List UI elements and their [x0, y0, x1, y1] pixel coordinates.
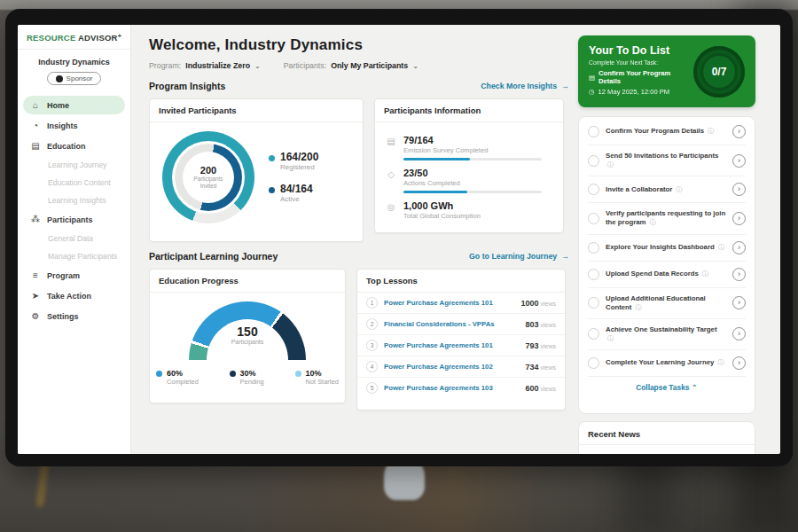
lesson-link[interactable]: Power Purchase Agreements 103: [384, 384, 519, 392]
legend-value: 84/164: [280, 184, 313, 195]
clock-icon: [589, 88, 595, 96]
legend-item: 60% Completed: [156, 369, 199, 386]
sidebar-item[interactable]: Participants: [23, 210, 125, 229]
task-row[interactable]: Invite a Collaborator ⓘ ›: [588, 176, 746, 203]
task-row[interactable]: Confirm Your Program Details ⓘ ›: [588, 119, 746, 145]
task-row[interactable]: Achieve One Sustainability Target ⓘ ›: [588, 319, 746, 350]
task-chevron-icon[interactable]: ›: [732, 212, 746, 225]
sidebar-item[interactable]: Learning Insights: [23, 192, 125, 208]
filter-bar: Program: Industrialize Zero ⌄ Participan…: [149, 61, 569, 70]
card-title: Participants Information: [375, 99, 563, 122]
sidebar-item[interactable]: Learning Journey: [23, 157, 125, 173]
lesson-link[interactable]: Power Purchase Agreements 101: [384, 299, 514, 307]
sponsor-icon: [56, 75, 63, 82]
sidebar-item-label: Insights: [47, 121, 78, 130]
check-more-insights-link[interactable]: Check More Insights →: [481, 82, 569, 90]
stat-label: Emission Survey Completed: [403, 146, 542, 154]
task-checkbox[interactable]: [588, 297, 599, 309]
task-row[interactable]: Explore Your Insights Dashboard ⓘ ›: [588, 235, 746, 262]
info-icon[interactable]: ⓘ: [718, 244, 724, 250]
lesson-row: 4 Power Purchase Agreements 102 734views: [357, 356, 565, 378]
recent-news-title: Recent News: [579, 422, 755, 445]
task-checkbox[interactable]: [588, 126, 599, 137]
todo-subtitle: Complete Your Next Task:: [589, 59, 693, 66]
sidebar-item[interactable]: Education Content: [23, 175, 125, 191]
filter-label: Participants:: [284, 61, 326, 70]
task-checkbox[interactable]: [588, 328, 599, 340]
lesson-rank: 1: [366, 297, 378, 309]
tasks-list: Confirm Your Program Details ⓘ › Send 50…: [588, 119, 746, 377]
sidebar-item[interactable]: Insights: [23, 116, 125, 135]
sidebar-item[interactable]: Home: [23, 96, 125, 114]
sidebar-item[interactable]: Education: [23, 137, 125, 155]
sidebar-item-icon: [30, 311, 41, 321]
task-row[interactable]: Verify participants requesting to join t…: [588, 203, 746, 234]
legend-dot: [156, 371, 162, 377]
task-chevron-icon[interactable]: ›: [732, 296, 746, 309]
lesson-views: 793: [525, 341, 538, 350]
lesson-link[interactable]: Power Purchase Agreements 101: [384, 341, 519, 349]
info-icon[interactable]: ⓘ: [702, 270, 708, 277]
task-checkbox[interactable]: [588, 357, 599, 369]
info-icon[interactable]: ⓘ: [636, 304, 642, 310]
sidebar-item-label: Learning Journey: [48, 160, 106, 169]
lesson-link[interactable]: Power Purchase Agreements 102: [384, 363, 519, 371]
lesson-views: 600: [525, 384, 538, 393]
todo-progress-value: 0/7: [700, 53, 738, 90]
chevron-up-icon: ⌃: [692, 383, 698, 392]
task-chevron-icon[interactable]: ›: [732, 241, 746, 254]
task-row[interactable]: Upload Additional Educational Content ⓘ …: [588, 288, 746, 319]
lesson-rank: 3: [366, 340, 378, 351]
stat-label: Actions Completed: [403, 179, 542, 187]
info-icon[interactable]: ⓘ: [607, 161, 614, 168]
task-chevron-icon[interactable]: ›: [732, 327, 746, 340]
task-row[interactable]: Complete Your Learning Journey ⓘ ›: [588, 350, 746, 377]
info-icon[interactable]: ⓘ: [677, 186, 683, 192]
sidebar-item[interactable]: Take Action: [23, 286, 125, 305]
sidebar-item-label: Program: [47, 271, 80, 280]
sidebar-item[interactable]: Settings: [23, 307, 125, 325]
filter-dropdown[interactable]: Program: Industrialize Zero ⌄: [149, 61, 261, 70]
donut-center: 200 Participants Invited: [162, 131, 254, 223]
sidebar-item-label: Take Action: [47, 292, 91, 301]
sidebar-item[interactable]: Program: [23, 266, 125, 285]
task-checkbox[interactable]: [588, 213, 599, 224]
section-title: Participant Learning Journey: [149, 251, 278, 262]
task-label: Achieve One Sustainability Target: [606, 325, 717, 333]
collapse-tasks-link[interactable]: Collapse Tasks ⌃: [588, 377, 746, 397]
sidebar-item-icon: [30, 100, 41, 110]
info-icon[interactable]: ⓘ: [607, 335, 614, 341]
top-lessons-card: Top Lessons 1 Power Purchase Agreements …: [356, 269, 566, 411]
filter-dropdown[interactable]: Participants: Only My Participants ⌄: [284, 61, 419, 70]
task-checkbox[interactable]: [588, 184, 599, 195]
task-chevron-icon[interactable]: ›: [732, 268, 746, 281]
task-checkbox[interactable]: [588, 242, 599, 254]
arrow-right-icon: →: [561, 252, 569, 261]
sponsor-label: Sponsor: [66, 74, 93, 82]
lesson-views: 803: [525, 320, 538, 329]
page-title: Welcome, Industry Dynamics: [149, 36, 569, 54]
task-label: Upload Spend Data Records: [606, 270, 699, 278]
task-row[interactable]: Upload Spend Data Records ⓘ ›: [588, 262, 746, 288]
task-chevron-icon[interactable]: ›: [732, 154, 746, 168]
legend-label: Not Started: [306, 378, 339, 386]
task-chevron-icon[interactable]: ›: [732, 183, 746, 196]
info-icon[interactable]: ⓘ: [718, 359, 724, 365]
legend-label: Active: [280, 195, 313, 203]
task-checkbox[interactable]: [588, 269, 599, 280]
legend-value: 60%: [167, 369, 199, 378]
task-chevron-icon[interactable]: ›: [732, 356, 746, 370]
program-insights-header: Program Insights Check More Insights →: [149, 81, 569, 91]
stat-value: 79/164: [403, 135, 542, 145]
task-row[interactable]: Send 50 Invitations to Participants ⓘ ›: [588, 145, 746, 176]
lesson-link[interactable]: Financial Considerations - VPPAs: [384, 320, 519, 328]
sidebar-item[interactable]: Manage Participants: [23, 248, 125, 264]
task-checkbox[interactable]: [588, 155, 599, 167]
task-chevron-icon[interactable]: ›: [732, 125, 746, 138]
sidebar-item[interactable]: General Data: [23, 231, 125, 246]
go-to-learning-journey-link[interactable]: Go to Learning Journey →: [469, 252, 569, 261]
progress-bar-fill: [403, 191, 467, 193]
info-icon[interactable]: ⓘ: [708, 128, 714, 134]
lesson-views-unit: views: [540, 343, 556, 349]
info-icon[interactable]: ⓘ: [650, 219, 656, 225]
